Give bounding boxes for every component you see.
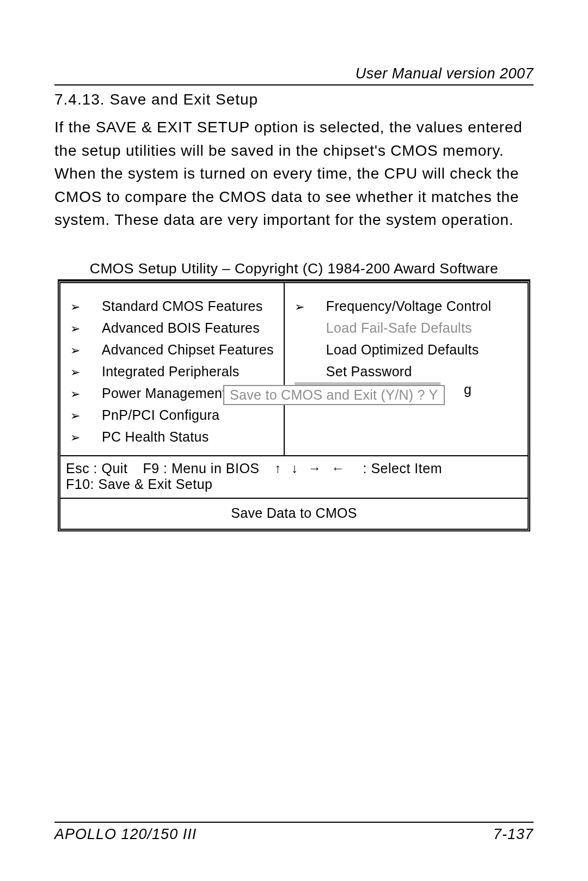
- menu-label: Load Fail-Safe Defaults: [295, 317, 472, 339]
- menu-item-freq-voltage[interactable]: ➢ Frequency/Voltage Control: [295, 295, 518, 317]
- footer-rule: [54, 822, 534, 823]
- page: User Manual version 2007 7.4.13. Save an…: [0, 0, 588, 881]
- chevron-icon: ➢: [70, 384, 102, 403]
- arrow-keys-icon: ↑ ↓ → ←: [275, 461, 348, 476]
- section-heading: 7.4.13. Save and Exit Setup: [54, 91, 534, 108]
- hint-select: : Select Item: [363, 461, 442, 476]
- chevron-icon: ➢: [70, 341, 102, 360]
- confirm-dialog-text: Save to CMOS and Exit (Y/N) ? Y: [230, 387, 438, 402]
- menu-label: Advanced Chipset Features: [102, 339, 274, 360]
- confirm-dialog[interactable]: Save to CMOS and Exit (Y/N) ? Y: [223, 385, 445, 405]
- bios-box: ➢ Standard CMOS Features ➢ Advanced BOIS…: [58, 280, 530, 531]
- chevron-icon: ➢: [70, 363, 102, 382]
- menu-item-optimized-defaults[interactable]: Load Optimized Defaults: [295, 339, 518, 360]
- menu-item-pc-health[interactable]: ➢ PC Health Status: [70, 426, 274, 448]
- footer-left: APOLLO 120/150 III: [54, 826, 197, 843]
- footer-page-number: 7-137: [493, 826, 534, 843]
- bios-hints: Esc : Quit F9 : Menu in BIOS ↑ ↓ → ← : S…: [60, 455, 528, 498]
- menu-item-pnp-pci[interactable]: ➢ PnP/PCI Configura: [70, 404, 274, 426]
- menu-label: PnP/PCI Configura: [102, 404, 219, 426]
- menu-label: Load Optimized Defaults: [295, 339, 479, 360]
- section-body: If the SAVE & EXIT SETUP option is selec…: [54, 116, 534, 232]
- hint-f10: F10: Save & Exit Setup: [66, 476, 522, 492]
- bios-left-column: ➢ Standard CMOS Features ➢ Advanced BOIS…: [60, 283, 285, 455]
- bios-right-column: ➢ Frequency/Voltage Control Load Fail-Sa…: [285, 283, 528, 455]
- page-header: User Manual version 2007: [54, 65, 534, 82]
- chevron-icon: ➢: [70, 406, 102, 425]
- menu-label: Frequency/Voltage Control: [326, 295, 492, 317]
- chevron-icon: ➢: [295, 297, 326, 316]
- menu-item-advanced-bios[interactable]: ➢ Advanced BOIS Features: [70, 317, 274, 339]
- menu-label: Integrated Peripherals: [102, 360, 240, 382]
- menu-label: Set Password: [295, 360, 412, 382]
- header-rule: [54, 84, 534, 85]
- bios-columns: ➢ Standard CMOS Features ➢ Advanced BOIS…: [60, 283, 528, 455]
- menu-label: Standard CMOS Features: [102, 295, 263, 317]
- text-fragment: g: [464, 382, 471, 397]
- menu-label: PC Health Status: [102, 426, 209, 448]
- hint-f9: F9 : Menu in BIOS: [143, 461, 259, 476]
- page-footer: APOLLO 120/150 III 7-137: [54, 822, 534, 843]
- chevron-icon: ➢: [70, 297, 102, 316]
- chevron-icon: ➢: [70, 428, 102, 447]
- chevron-icon: ➢: [70, 319, 102, 338]
- bios-status-bar: Save Data to CMOS: [60, 498, 528, 529]
- menu-item-standard-cmos[interactable]: ➢ Standard CMOS Features: [70, 295, 274, 317]
- menu-item-advanced-chipset[interactable]: ➢ Advanced Chipset Features: [70, 339, 274, 360]
- bios-screenshot: CMOS Setup Utility – Copyright (C) 1984-…: [54, 259, 534, 531]
- hint-esc: Esc : Quit: [66, 461, 127, 476]
- menu-label: Advanced BOIS Features: [102, 317, 260, 339]
- menu-item-set-password[interactable]: Set Password: [295, 360, 518, 382]
- menu-item-integrated-peripherals[interactable]: ➢ Integrated Peripherals: [70, 360, 274, 382]
- menu-item-fail-safe[interactable]: Load Fail-Safe Defaults: [295, 317, 518, 339]
- bios-title: CMOS Setup Utility – Copyright (C) 1984-…: [58, 259, 530, 280]
